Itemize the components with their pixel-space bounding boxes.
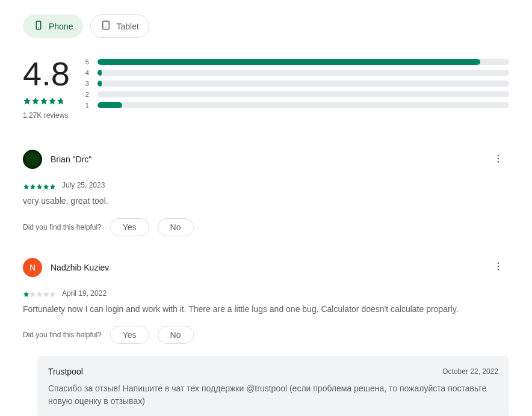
reviews-list: Brian "Drc" July 25, 2023 very usable, g… (23, 148, 509, 416)
review-stars (23, 182, 56, 189)
rating-bar-row: 3 (84, 80, 509, 87)
helpful-no-button[interactable]: No (158, 218, 194, 236)
bar-fill (97, 59, 480, 65)
tab-phone-label: Phone (49, 22, 73, 31)
svg-point-7 (498, 262, 500, 264)
rating-bar-row: 2 (84, 91, 509, 98)
bar-label: 5 (84, 58, 89, 66)
bar-track (97, 102, 509, 108)
star-icon (23, 290, 29, 296)
rating-bar-row: 5 (84, 58, 509, 66)
svg-point-9 (498, 269, 500, 271)
svg-point-5 (498, 158, 500, 159)
developer-response: Trustpool October 22, 2022 Спасибо за от… (37, 356, 509, 416)
bar-label: 4 (84, 69, 89, 76)
svg-point-4 (498, 154, 500, 156)
review-text: Fortunalety now I can login and work wit… (23, 304, 509, 316)
rating-summary: 4.8 1.27K reviews 5 4 3 (23, 57, 509, 120)
star-icon (57, 97, 65, 105)
helpful-label: Did you find this helpful? (23, 331, 102, 339)
phone-icon (33, 20, 44, 32)
bar-track (97, 70, 509, 76)
bar-label: 3 (84, 80, 89, 87)
rating-left: 4.8 1.27K reviews (23, 57, 70, 120)
rating-bar-row: 4 (84, 69, 509, 76)
tablet-icon (101, 20, 111, 32)
bar-label: 1 (84, 102, 89, 109)
bar-track (97, 91, 509, 97)
response-date: October 22, 2022 (442, 367, 498, 376)
bar-fill (97, 70, 102, 76)
helpful-yes-button[interactable]: Yes (110, 326, 149, 344)
star-icon (49, 290, 56, 296)
reviews-count: 1.27K reviews (23, 111, 68, 120)
rating-bars: 5 4 3 2 1 (84, 57, 509, 120)
star-icon (43, 182, 49, 189)
more-options-button[interactable] (487, 257, 509, 278)
avatar (23, 150, 42, 169)
star-icon (23, 182, 29, 189)
rating-score: 4.8 (23, 57, 70, 91)
username: Brian "Drc" (51, 154, 91, 164)
star-icon (40, 97, 48, 105)
review-stars (23, 290, 56, 296)
star-icon (49, 182, 56, 189)
review-item: Brian "Drc" July 25, 2023 very usable, g… (23, 148, 509, 236)
svg-point-8 (498, 266, 500, 268)
rating-bar-row: 1 (84, 102, 509, 109)
more-vert-icon (493, 153, 504, 166)
review-date: July 25, 2023 (62, 181, 105, 189)
response-text: Спасибо за отзыв! Напишите в чат тех под… (48, 382, 498, 408)
star-icon (36, 290, 43, 296)
device-tabs: Phone Tablet (23, 14, 509, 38)
star-icon (29, 182, 36, 189)
response-name: Trustpool (48, 367, 83, 376)
helpful-no-button[interactable]: No (158, 326, 194, 344)
star-icon (31, 97, 40, 105)
rating-stars (23, 97, 65, 105)
tab-phone[interactable]: Phone (23, 14, 83, 38)
svg-point-6 (498, 161, 500, 162)
review-date: April 19, 2022 (62, 289, 107, 298)
star-icon (43, 290, 49, 296)
tab-tablet-label: Tablet (116, 22, 138, 31)
bar-label: 2 (84, 91, 89, 98)
star-icon (48, 97, 57, 105)
avatar: N (23, 258, 42, 277)
star-icon (23, 97, 31, 105)
helpful-label: Did you find this helpful? (23, 223, 102, 231)
star-icon (29, 290, 36, 296)
bar-fill (97, 81, 102, 87)
tab-tablet[interactable]: Tablet (90, 14, 149, 38)
username: Nadzhib Kuziev (51, 263, 109, 272)
more-vert-icon (493, 261, 504, 274)
review-text: very usable, great tool. (23, 195, 509, 207)
helpful-yes-button[interactable]: Yes (110, 218, 149, 236)
more-options-button[interactable] (487, 148, 509, 170)
bar-track (97, 59, 509, 65)
bar-track (97, 81, 509, 87)
bar-fill (97, 102, 122, 108)
star-icon (36, 182, 43, 189)
review-item: N Nadzhib Kuziev April 19, 2022 Fortunal… (23, 257, 509, 416)
